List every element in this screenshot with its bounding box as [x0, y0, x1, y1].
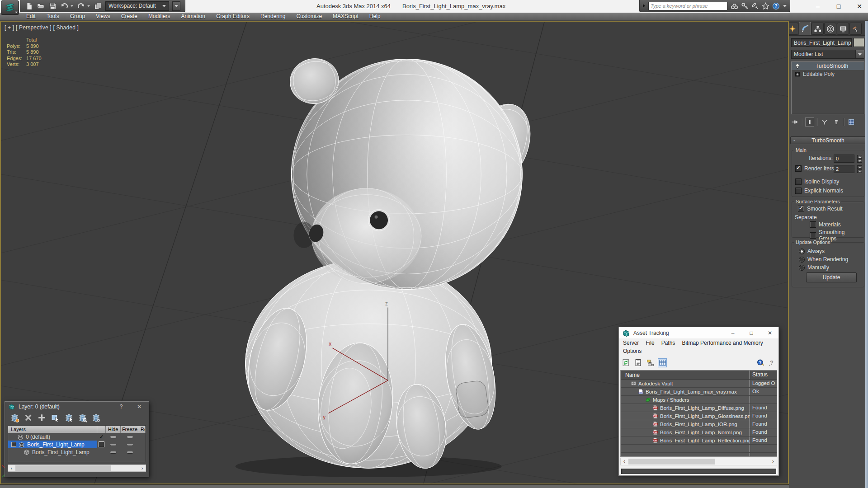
- render-iters-checkbox[interactable]: [795, 165, 802, 172]
- menu-tools[interactable]: Tools: [41, 13, 65, 20]
- delete-layer-icon[interactable]: [24, 413, 33, 422]
- asset-minimize-button[interactable]: –: [730, 330, 736, 336]
- help-icon[interactable]: ?: [767, 358, 776, 367]
- layer-checkbox[interactable]: [99, 441, 104, 447]
- redo-icon[interactable]: [77, 2, 85, 10]
- column-render[interactable]: Re: [139, 426, 146, 433]
- radio-manually[interactable]: [799, 265, 805, 271]
- add-selection-to-layer-icon[interactable]: [37, 413, 47, 422]
- layer-close-button[interactable]: ✕: [136, 404, 142, 410]
- hide-toggle[interactable]: [110, 451, 116, 453]
- column-current[interactable]: [97, 426, 106, 433]
- scroll-right-icon[interactable]: ›: [769, 458, 777, 465]
- create-new-layer-icon[interactable]: [10, 413, 19, 422]
- asset-row[interactable]: Autodesk VaultLogged O: [621, 380, 777, 388]
- asset-row[interactable]: PNGBoris_First_Light_Lamp_Glossiness.png…: [621, 412, 777, 420]
- layer-horizontal-scrollbar[interactable]: ‹ ›: [8, 465, 146, 472]
- freeze-toggle[interactable]: [127, 436, 133, 438]
- tab-hierarchy[interactable]: [811, 23, 824, 35]
- bulb-icon[interactable]: [794, 63, 801, 70]
- hide-toggle[interactable]: [110, 444, 116, 446]
- column-hide[interactable]: Hide: [106, 426, 121, 433]
- layer-list-header[interactable]: Layers Hide Freeze Re: [8, 426, 146, 433]
- search-input[interactable]: [648, 2, 727, 10]
- asset-row[interactable]: PNGBoris_First_Light_Lamp_Reflection.png…: [621, 436, 777, 445]
- modifier-list-dropdown[interactable]: Modifier List: [791, 50, 864, 59]
- show-end-result-button[interactable]: [805, 117, 814, 127]
- turbosmooth-rollout-header[interactable]: - TurboSmooth: [790, 136, 866, 144]
- scroll-left-icon[interactable]: ‹: [621, 458, 628, 465]
- expander-icon[interactable]: -: [11, 442, 16, 447]
- menu-maxscript[interactable]: MAXScript: [327, 13, 364, 20]
- menu-graph-editors[interactable]: Graph Editors: [211, 13, 255, 20]
- select-objects-in-layer-icon[interactable]: [51, 413, 60, 422]
- asset-row[interactable]: PNGBoris_First_Light_Lamp_Diffuse.pngFou…: [621, 404, 777, 412]
- open-file-icon[interactable]: [37, 2, 45, 10]
- menu-modifiers[interactable]: Modifiers: [143, 13, 176, 20]
- redo-caret-icon[interactable]: [87, 5, 90, 7]
- help-icon[interactable]: ?: [772, 2, 780, 10]
- menu-customize[interactable]: Customize: [291, 13, 327, 20]
- iterations-spin-arrows[interactable]: [857, 155, 862, 163]
- object-name-field[interactable]: Boris_First_Light_Lamp: [791, 38, 852, 47]
- column-layers[interactable]: Layers: [8, 426, 97, 433]
- table-view-icon[interactable]: [658, 358, 667, 367]
- close-button[interactable]: ✕: [855, 0, 863, 13]
- communication-center-icon[interactable]: [751, 2, 759, 10]
- asset-horizontal-scrollbar[interactable]: ‹ ›: [620, 458, 777, 465]
- asset-tracking-titlebar[interactable]: Asset Tracking – □ ✕: [619, 327, 778, 338]
- scroll-left-icon[interactable]: ‹: [8, 465, 15, 471]
- pin-stack-button[interactable]: [790, 117, 799, 127]
- asset-menu-file[interactable]: File: [646, 339, 654, 347]
- radio-always[interactable]: [799, 249, 805, 254]
- minimize-button[interactable]: –: [814, 0, 822, 13]
- undo-caret-icon[interactable]: [71, 5, 73, 7]
- refresh-icon[interactable]: [621, 358, 630, 367]
- configure-modifier-sets-button[interactable]: [847, 117, 856, 127]
- stack-item-editable-poly[interactable]: Editable Poly: [792, 70, 864, 78]
- folder-view-icon[interactable]: [646, 358, 655, 367]
- iterations-spinner[interactable]: 0: [834, 155, 854, 163]
- layer-help-button[interactable]: ?: [118, 404, 124, 410]
- freeze-toggle[interactable]: [127, 444, 133, 446]
- radio-when-rendering[interactable]: [799, 257, 805, 263]
- asset-menu-options[interactable]: Options: [623, 347, 642, 355]
- maximize-button[interactable]: □: [835, 0, 843, 13]
- remove-modifier-button[interactable]: [832, 117, 841, 127]
- materials-checkbox[interactable]: [810, 221, 816, 228]
- favorites-icon[interactable]: [762, 2, 769, 10]
- help-browser-icon[interactable]: ?: [756, 358, 765, 367]
- scroll-right-icon[interactable]: ›: [139, 465, 146, 471]
- asset-row[interactable]: Maps / Shaders: [621, 396, 777, 404]
- current-layer-check-icon[interactable]: ✓: [99, 434, 104, 440]
- menu-animation[interactable]: Animation: [176, 13, 211, 20]
- update-button[interactable]: Update: [806, 272, 857, 282]
- tab-display[interactable]: [837, 23, 849, 35]
- report-view-icon[interactable]: [633, 358, 642, 367]
- qat-customize-button[interactable]: [172, 1, 180, 11]
- make-unique-button[interactable]: [820, 117, 829, 127]
- plusbox-icon[interactable]: [794, 71, 801, 78]
- set-current-layer-icon[interactable]: [64, 413, 74, 422]
- highlight-selected-layer-icon[interactable]: [78, 413, 87, 422]
- stack-item-turbosmooth[interactable]: TurboSmooth: [792, 62, 864, 70]
- column-status[interactable]: Status: [750, 371, 777, 379]
- layer-properties-icon[interactable]: [91, 413, 101, 422]
- asset-menu-server[interactable]: Server: [623, 339, 639, 347]
- explicit-normals-checkbox[interactable]: [795, 188, 802, 194]
- layer-row[interactable]: Boris_First_Light_Lamp: [8, 448, 146, 456]
- application-menu-button[interactable]: [1, 0, 19, 15]
- save-file-icon[interactable]: [48, 2, 57, 10]
- asset-menu-bitmap-performance-and-memory[interactable]: Bitmap Performance and Memory: [682, 339, 763, 347]
- scrollbar-thumb[interactable]: [628, 459, 715, 465]
- command-panel-scrollbar[interactable]: [865, 21, 868, 488]
- render-iters-spinner[interactable]: 2: [834, 165, 854, 173]
- tab-utilities[interactable]: [849, 23, 862, 35]
- menu-help[interactable]: Help: [364, 13, 386, 20]
- menu-rendering[interactable]: Rendering: [255, 13, 291, 20]
- hide-toggle[interactable]: [110, 436, 116, 438]
- tab-modify[interactable]: [799, 22, 811, 35]
- asset-menu-paths[interactable]: Paths: [661, 339, 675, 347]
- tab-create[interactable]: [789, 23, 798, 35]
- smoothing-groups-checkbox[interactable]: [810, 232, 816, 239]
